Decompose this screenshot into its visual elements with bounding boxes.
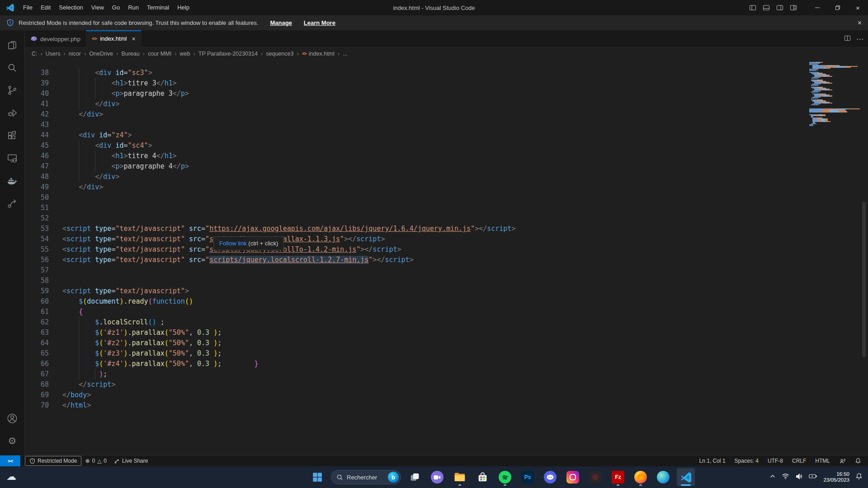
battery-icon[interactable] (809, 473, 817, 481)
code-editor[interactable]: 38 <div id="sc3">39 <h1>titre 3</h1>40 <… (25, 60, 868, 455)
more-actions-icon[interactable]: ⋯ (856, 35, 863, 43)
menu-run[interactable]: Run (124, 0, 143, 15)
taskbar-app-start[interactable] (308, 468, 326, 486)
code-line: 42 </div> (25, 109, 868, 120)
learn-more-link[interactable]: Learn More (304, 19, 335, 26)
status-indentation[interactable]: Spaces: 4 (731, 456, 762, 466)
menu-selection[interactable]: Selection (55, 0, 87, 15)
tray-chevron-up-icon[interactable] (769, 473, 776, 481)
breadcrumb-item[interactable]: C: (32, 51, 38, 57)
editor-scrollbar[interactable] (862, 202, 866, 357)
explorer-icon[interactable] (1, 34, 23, 56)
indent-guide (79, 348, 95, 359)
taskbar-app-microsoft-store[interactable] (473, 468, 491, 486)
breadcrumb-trailing[interactable]: ... (343, 51, 347, 57)
token: 0.3 (197, 349, 209, 357)
minimap-line (811, 115, 826, 116)
breadcrumb-item[interactable]: TP Parallaxe-20230314 (198, 51, 258, 57)
tab-index.html[interactable]: <>index.html× (86, 30, 142, 47)
token: script (66, 287, 91, 295)
token: </ (173, 89, 181, 98)
notification-center-bell-icon[interactable]: z (855, 473, 863, 482)
docker-icon[interactable] (1, 169, 23, 192)
menu-terminal[interactable]: Terminal (143, 0, 173, 15)
taskbar-app-photoshop[interactable]: Ps (519, 468, 537, 486)
status-language-mode[interactable]: HTML (812, 456, 833, 466)
minimize-button[interactable] (807, 0, 827, 15)
token: ; (217, 339, 222, 347)
token: " (368, 256, 373, 264)
line-number: 61 (25, 307, 49, 317)
taskbar-app-video-app[interactable] (428, 468, 446, 486)
source-control-icon[interactable] (1, 79, 23, 102)
breadcrumb-item[interactable]: cour MMI (148, 51, 171, 57)
taskbar-app-filezilla[interactable]: Fz (609, 468, 627, 486)
taskbar-app-edge[interactable] (654, 468, 672, 486)
menu-edit[interactable]: Edit (37, 0, 55, 15)
taskbar-app-vscode[interactable] (677, 468, 695, 486)
taskbar-clock[interactable]: 16:50 23/05/2023 (823, 471, 849, 483)
weather-widget-icon[interactable]: ☁ (6, 471, 16, 483)
breadcrumb-item[interactable]: sequence3 (266, 51, 293, 57)
taskbar-search[interactable]: Rechercherb (331, 470, 401, 484)
notifications-bell-icon[interactable] (852, 456, 864, 466)
status-cursor-position[interactable]: Ln 1, Col 1 (696, 456, 729, 466)
breadcrumb-item[interactable]: Users (46, 51, 61, 57)
taskbar-app-file-explorer[interactable] (451, 468, 469, 486)
breadcrumb-item[interactable]: Bureau (121, 51, 139, 57)
token: </ (79, 380, 87, 389)
menu-file[interactable]: File (19, 0, 37, 15)
indent-guide (95, 78, 111, 89)
accounts-icon[interactable] (1, 407, 23, 430)
status-encoding[interactable]: UTF-8 (764, 456, 786, 466)
live-share-status[interactable]: Live Share (110, 456, 151, 466)
run-and-debug-icon[interactable] (1, 102, 23, 124)
minimap[interactable] (809, 62, 863, 126)
close-tab-icon[interactable]: × (132, 35, 135, 42)
remote-explorer-icon[interactable] (1, 147, 23, 169)
search-icon[interactable] (1, 56, 23, 79)
menu-go[interactable]: Go (108, 0, 124, 15)
feedback-icon[interactable] (836, 456, 849, 466)
taskbar-app-firefox[interactable] (632, 468, 650, 486)
status-eol[interactable]: CRLF (789, 456, 809, 466)
breadcrumb-file[interactable]: index.html (309, 51, 335, 57)
token: "50%" (169, 360, 189, 368)
restricted-mode-status[interactable]: Restricted Mode (25, 456, 81, 466)
live-share-icon[interactable] (1, 192, 23, 215)
follow-link-label[interactable]: Follow link (219, 240, 247, 247)
tab-developper.php[interactable]: developper.php (25, 30, 86, 47)
token: titre 3 (128, 79, 156, 87)
taskbar-app-spotify[interactable] (496, 468, 514, 486)
taskbar-app-discord[interactable] (541, 468, 559, 486)
extensions-icon[interactable] (1, 124, 23, 147)
close-window-button[interactable]: × (848, 0, 868, 15)
line-text: <h1>titre 3</h1> (62, 78, 177, 89)
wifi-icon[interactable] (782, 473, 789, 482)
restore-button[interactable] (827, 0, 848, 15)
customize-layout-icon[interactable] (790, 4, 797, 11)
token: $ (95, 318, 99, 326)
taskbar-app-task-view[interactable] (406, 468, 424, 486)
problems-status[interactable]: ⊗0 △0 (81, 456, 110, 466)
menu-view[interactable]: View (87, 0, 108, 15)
settings-gear-icon[interactable]: ⚙ (1, 430, 23, 452)
indent-guide (79, 369, 95, 380)
breadcrumb-item[interactable]: OneDrive (89, 51, 113, 57)
taskbar-app-game[interactable] (586, 468, 604, 486)
breadcrumb-item[interactable]: web (180, 51, 190, 57)
toggle-panel-icon[interactable] (763, 4, 770, 11)
toggle-secondary-sidebar-icon[interactable] (776, 4, 783, 11)
breadcrumb-item[interactable]: nicor (69, 51, 81, 57)
taskbar-app-instagram[interactable] (564, 468, 582, 486)
indent-guide (95, 161, 111, 172)
split-editor-icon[interactable] (844, 35, 851, 43)
remote-indicator[interactable]: >< (0, 455, 20, 467)
menu-help[interactable]: Help (173, 0, 193, 15)
manage-link[interactable]: Manage (270, 19, 292, 26)
code-line: 69</body> (25, 390, 868, 400)
token: ></ (475, 225, 487, 233)
banner-close-icon[interactable]: × (858, 19, 862, 27)
volume-icon[interactable] (795, 473, 803, 482)
toggle-primary-sidebar-icon[interactable] (749, 4, 756, 11)
